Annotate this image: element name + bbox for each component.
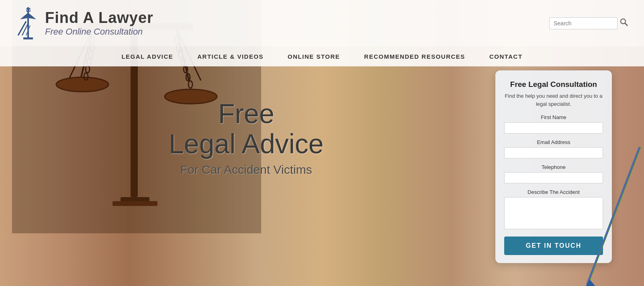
logo-area: ⚖ Find A Lawyer Free Online Consultation — [16, 5, 153, 41]
svg-line-26 — [18, 21, 26, 35]
search-button[interactable] — [620, 18, 628, 28]
main-content: Free Legal Advice For Car Accident Victi… — [0, 66, 644, 286]
search-area — [549, 17, 628, 29]
hero-text: Free Legal Advice For Car Accident Victi… — [169, 99, 324, 177]
svg-line-30 — [625, 23, 628, 26]
accident-label: Describe The Accident — [504, 189, 603, 195]
nav-legal-advice[interactable]: LEGAL ADVICE — [121, 53, 173, 60]
svg-point-29 — [621, 19, 626, 24]
svg-marker-33 — [584, 280, 596, 286]
nav-online-store[interactable]: ONLINE STORE — [288, 53, 340, 60]
email-input[interactable] — [504, 147, 603, 158]
search-input[interactable] — [549, 17, 617, 29]
telephone-input[interactable] — [504, 172, 603, 183]
first-name-input[interactable] — [504, 122, 603, 134]
hero-title-line2: Legal Advice — [169, 129, 324, 159]
card-title: Free Legal Consultation — [504, 80, 603, 89]
nav-articles-videos[interactable]: ARTICLE & VIDEOS — [197, 53, 264, 60]
logo-subtitle: Free Online Consultation — [45, 27, 153, 37]
hero-title-line1: Free — [169, 99, 324, 129]
logo-text: Find A Lawyer Free Online Consultation — [45, 9, 153, 37]
hero-subtitle: For Car Accident Victims — [169, 163, 324, 177]
header: ⚖ Find A Lawyer Free Online Consultation — [0, 0, 644, 46]
email-label: Email Address — [504, 139, 603, 145]
nav-contact[interactable]: CONTACT — [489, 53, 523, 60]
svg-text:⚖: ⚖ — [26, 6, 31, 13]
consultation-card: Free Legal Consultation Find the help yo… — [495, 70, 612, 263]
navigation: LEGAL ADVICE ARTICLE & VIDEOS ONLINE STO… — [0, 46, 644, 66]
first-name-label: First Name — [504, 114, 603, 120]
get-in-touch-button[interactable]: GET IN TOUCH — [504, 237, 603, 255]
card-description: Find the help you need and direct you to… — [504, 92, 603, 108]
search-icon — [620, 18, 628, 26]
accident-textarea[interactable] — [504, 197, 603, 229]
logo-title: Find A Lawyer — [45, 9, 153, 27]
logo-icon: ⚖ — [16, 5, 40, 41]
telephone-label: Telephone — [504, 164, 603, 170]
nav-recommended-resources[interactable]: RECOMMENDED RESOURCES — [364, 53, 465, 60]
